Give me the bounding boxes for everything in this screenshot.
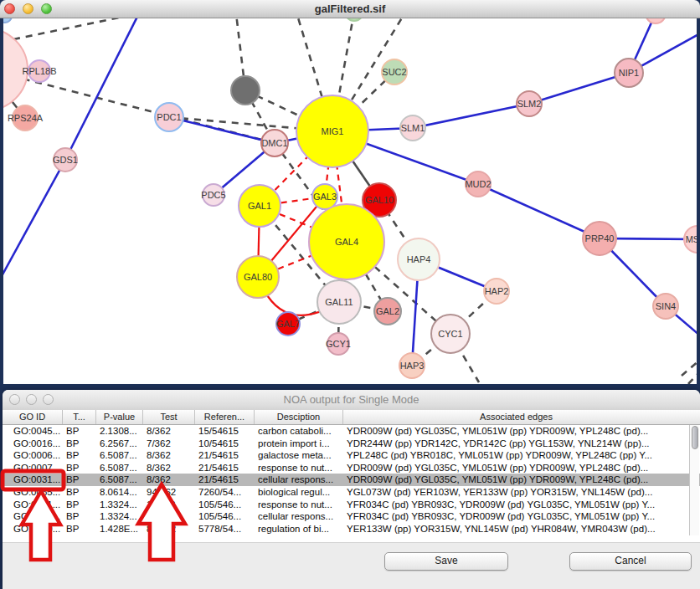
table-cell: BP [63,425,96,438]
table-cell: 7260/54... [195,486,255,499]
table-cell: YFR034C (pd) YBR093C, YDR009W (pd) YGL03… [343,499,689,511]
graph-node-GAL11[interactable]: GAL11 [317,280,361,324]
table-cell: 2.1308... [96,425,143,438]
table-cell: cellular respons... [255,474,343,486]
graph-node-GAL1[interactable]: GAL1 [239,185,281,227]
table-row[interactable]: GO:0031...BP1.3324...11/362105/546...res… [3,499,700,511]
table-row[interactable]: GO:0045...BP2.1308...8/36215/54615carbon… [3,425,700,438]
table-row[interactable]: GO:0007...BP6.5087...8/36221/54615respon… [3,462,700,474]
column-header-4[interactable]: Referen... [195,410,255,424]
table-body: GO:0045...BP2.1308...8/36215/54615carbon… [3,425,700,535]
table-cell: 21/54615 [195,474,255,486]
graph-node-GAL2[interactable]: GAL2 [374,298,401,325]
graph-node-GAL7[interactable]: GAL7 [276,312,300,335]
node-label: SLM2 [517,99,542,109]
save-button[interactable]: Save [384,552,508,571]
graph-node-SIN4[interactable]: SIN4 [653,294,678,319]
graph-node-GCY1[interactable]: GCY1 [326,333,351,355]
graph-node-GAL4[interactable]: GAL4 [309,204,384,279]
table-cell: 6.2567... [96,438,143,450]
column-header-0[interactable]: GO ID [3,410,63,424]
graph-node-MUD2[interactable]: MUD2 [465,172,491,197]
table-cell: 8/362 [143,425,195,438]
table-row[interactable]: GO:0065...BP8.0614...94/3627260/54...bio… [3,486,700,499]
graph-node-PDC1[interactable]: PDC1 [155,103,183,131]
column-header-3[interactable]: Test [143,410,195,424]
graph-node-HAP3[interactable]: HAP3 [399,353,425,378]
table-cell: GO:0045... [3,425,63,438]
graph-node-HAP4[interactable]: HAP4 [398,238,440,280]
table-cell: protein import i... [255,438,343,450]
table-cell: BP [63,510,96,523]
table-row[interactable]: GO:0006...BP6.5087...8/36221/54615galact… [3,449,700,462]
node-label: GAL11 [325,297,353,307]
noa-output-window: NOA output for Single Mode GO IDT...P-va… [3,390,700,589]
table-cell: YFR034C (pd) YBR093C, YDR009W (pd) YGL03… [343,510,689,523]
graph-window-titlebar[interactable]: galFiltered.sif [0,0,700,18]
column-header-1[interactable]: T... [63,410,96,424]
graph-node-NIP1[interactable]: NIP1 [615,59,643,87]
table-cell: 8/362 [143,462,195,474]
node-label: GAL1 [248,201,271,211]
node-label: GCY1 [326,339,351,349]
table-cell: GO:0016... [3,438,63,450]
table-cell: GO:0031... [3,510,63,523]
table-row[interactable]: GO:0031...BP1.3324...11/362105/546...cel… [3,510,700,523]
table-cell: biological regul... [255,486,343,499]
table-cell: 11/362 [143,510,195,523]
graph-node-SLM2[interactable]: SLM2 [517,91,542,116]
vertical-scrollbar[interactable] [689,425,699,535]
table-cell: YDR244W (pp) YDR142C, YDR142C (pp) YGL15… [343,438,689,450]
table-cell: 7/362 [143,438,195,450]
node-label: GAL7 [276,319,300,329]
table-cell: 8/362 [143,474,195,486]
cancel-button[interactable]: Cancel [569,552,692,571]
table-cell: YDR009W (pd) YGL035C, YML051W (pp) YDR00… [343,474,689,486]
table-cell: 15/54615 [195,425,255,438]
graph-node-PDC5[interactable]: PDC5 [201,184,225,206]
table-cell: 8.0614... [96,486,143,499]
noa-window-titlebar[interactable]: NOA output for Single Mode [3,390,700,411]
node-label: CYC1 [438,329,462,339]
graph-node-GDS1[interactable]: GDS1 [53,148,78,172]
table-cell: 10/54615 [195,438,255,450]
graph-node-GAL80[interactable]: GAL80 [237,256,279,298]
table-cell: 11/362 [143,499,195,511]
graph-background [3,17,697,384]
node-label: DMC1 [261,138,287,148]
graph-node-MIG1[interactable]: MIG1 [296,95,368,167]
table-row[interactable]: GO:0050...BP1.428E...80/3625778/54...reg… [3,523,700,535]
column-header-2[interactable]: P-value [96,410,143,424]
node-label: SUC2 [382,67,406,77]
graph-node-HAP2[interactable]: HAP2 [484,279,509,304]
table-cell: GO:0031... [3,499,63,511]
graph-node-GAL3[interactable]: GAL3 [312,184,337,209]
table-cell: YDR009W (pd) YGL035C, YML051W (pp) YDR00… [343,425,689,438]
table-cell: BP [63,523,96,535]
node-label: MUD2 [465,179,491,189]
graph-node-PRP40[interactable]: PRP40 [583,222,616,255]
table-cell: GO:0006... [3,449,63,462]
column-header-6[interactable]: Associated edges [343,410,689,424]
table-row[interactable]: GO:0031...BP6.5087...8/36221/54615cellul… [3,474,700,486]
table-cell: BP [63,474,96,486]
table-cell: GO:0031... [3,474,63,486]
table-row[interactable]: GO:0016...BP6.2567...7/36210/54615protei… [3,438,700,450]
node-circle[interactable] [231,76,260,105]
table-cell: YDR009W (pd) YGL035C, YML051W (pp) YDR00… [343,462,689,474]
scrollbar-thumb[interactable] [692,426,699,449]
button-bar: Save Cancel [3,542,700,589]
network-canvas[interactable]: RPL18BRPS24AGDS1PDC1DMC1MIG1SUC2SLM1SLM2… [0,0,700,384]
graph-node-SUC2[interactable]: SUC2 [382,59,407,85]
table-cell: 1.428E... [96,523,143,535]
graph-node-CYC1[interactable]: CYC1 [431,315,470,353]
table-cell: 1.3324... [96,510,143,523]
graph-node-DMC1[interactable]: DMC1 [261,130,288,156]
table-cell: 105/546... [195,499,255,511]
node-label: HAP4 [407,254,431,264]
graph-node-SLM1[interactable]: SLM1 [400,115,425,141]
graph-node-unlabeled[interactable] [231,76,260,105]
table-cell: 6.5087... [96,449,143,462]
column-header-5[interactable]: Desciption [255,410,343,424]
table-cell: 6.5087... [96,474,143,486]
